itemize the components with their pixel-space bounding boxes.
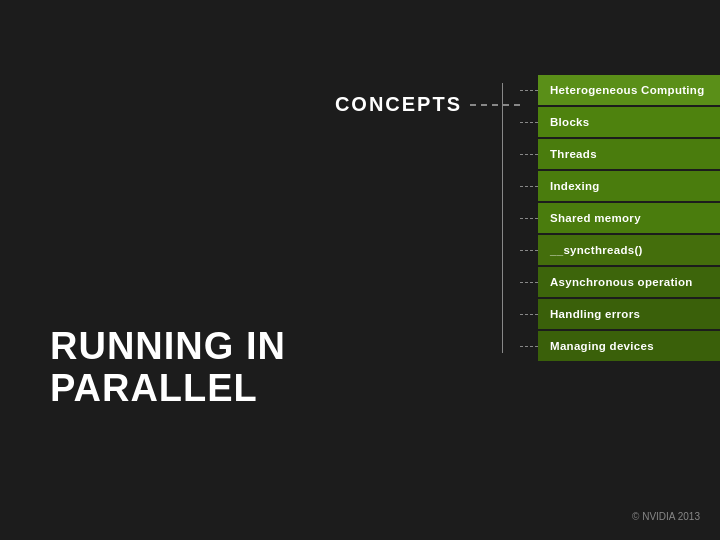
dash-connector-heterogeneous-computing [520,90,538,91]
dash-connector-indexing [520,186,538,187]
dash-connector-shared-memory [520,218,538,219]
dash-connector-threads [520,154,538,155]
dash-connector-syncthreads [520,250,538,251]
dash-connector-blocks [520,122,538,123]
menu-cell-asynchronous-operation[interactable]: Asynchronous operation [538,267,720,297]
menu-row-shared-memory: Shared memory [520,203,720,233]
dash-connector-asynchronous-operation [520,282,538,283]
menu-cell-heterogeneous-computing[interactable]: Heterogeneous Computing [538,75,720,105]
concepts-title: CONCEPTS [335,93,462,116]
menu-row-syncthreads: __syncthreads() [520,235,720,265]
menu-row-asynchronous-operation: Asynchronous operation [520,267,720,297]
menu-list: Heterogeneous ComputingBlocksThreadsInde… [502,75,720,361]
running-in-label: RUNNING IN [50,326,286,368]
menu-row-heterogeneous-computing: Heterogeneous Computing [520,75,720,105]
menu-row-threads: Threads [520,139,720,169]
concepts-header: CONCEPTS [335,93,520,116]
page-container: RUNNING IN PARALLEL CONCEPTS Heterogeneo… [0,0,720,540]
menu-cell-syncthreads[interactable]: __syncthreads() [538,235,720,265]
menu-cell-shared-memory[interactable]: Shared memory [538,203,720,233]
menu-cell-managing-devices[interactable]: Managing devices [538,331,720,361]
dash-connector-managing-devices [520,346,538,347]
menu-cell-handling-errors[interactable]: Handling errors [538,299,720,329]
menu-cell-threads[interactable]: Threads [538,139,720,169]
menu-row-indexing: Indexing [520,171,720,201]
menu-cell-indexing[interactable]: Indexing [538,171,720,201]
copyright-text: © NVIDIA 2013 [632,511,700,522]
concepts-area: CONCEPTS Heterogeneous ComputingBlocksTh… [502,75,720,361]
parallel-label: PARALLEL [50,368,286,410]
running-parallel-text: RUNNING IN PARALLEL [50,326,286,410]
vertical-connector-line [502,83,503,353]
menu-row-blocks: Blocks [520,107,720,137]
menu-container: Heterogeneous ComputingBlocksThreadsInde… [502,75,720,361]
menu-row-handling-errors: Handling errors [520,299,720,329]
menu-cell-blocks[interactable]: Blocks [538,107,720,137]
dash-connector-handling-errors [520,314,538,315]
menu-row-managing-devices: Managing devices [520,331,720,361]
